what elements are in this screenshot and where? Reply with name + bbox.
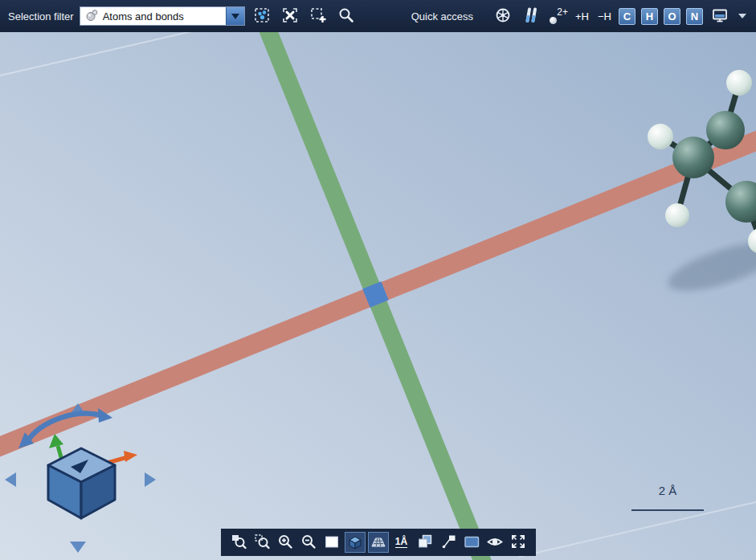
quick-access-group: Quick access <box>411 5 748 27</box>
atoms <box>648 70 756 254</box>
selection-filter-combobox[interactable]: Atoms and bonds <box>80 6 245 26</box>
copy-icon <box>416 533 434 553</box>
caret-down-icon <box>738 14 746 18</box>
remove-hydrogens-button[interactable]: −H <box>596 10 613 22</box>
chevron-down-icon <box>231 14 239 19</box>
selection-cross-icon <box>281 6 299 27</box>
white-swatch-icon <box>323 533 341 553</box>
magnifier-plus-icon <box>276 533 294 553</box>
selection-filter-value: Atoms and bonds <box>103 10 184 22</box>
zoom-to-fit-button[interactable] <box>251 532 272 553</box>
hydrogen-atom <box>726 70 752 96</box>
eye-icon <box>486 533 504 553</box>
combo-dropdown-button[interactable] <box>226 7 244 25</box>
selection-plus-icon <box>309 6 327 27</box>
expand-arrows-icon <box>509 533 527 553</box>
hydrogen-atom <box>665 203 689 227</box>
display-style-button[interactable] <box>709 5 731 27</box>
magnifier-rect-icon <box>230 533 247 553</box>
add-hydrogens-button[interactable]: +H <box>574 10 590 22</box>
magnifier-minus-icon <box>300 533 317 553</box>
wheel-icon <box>494 6 512 27</box>
select-by-type-button[interactable] <box>251 5 273 27</box>
find-button[interactable] <box>335 5 358 27</box>
rotate-arc-icon[interactable] <box>18 408 112 448</box>
zoom-in-button[interactable] <box>275 532 296 553</box>
pan-left-arrow <box>5 472 16 487</box>
copy-view-button[interactable] <box>415 532 435 553</box>
pan-right-arrow <box>145 472 156 487</box>
bottom-toolbar: 1Å <box>221 529 536 556</box>
view-cube-icon <box>346 533 364 553</box>
formal-charge-button[interactable]: 2+ <box>548 6 568 26</box>
magnifier-dashed-rect-icon <box>253 533 271 553</box>
grow-selection-button[interactable] <box>307 5 329 27</box>
grid-plane-icon <box>370 533 387 553</box>
hydrogen-atom <box>648 124 673 149</box>
molecule-shadow <box>663 233 756 300</box>
label-flag-icon <box>439 533 457 553</box>
carbon-atom <box>672 137 714 178</box>
ion-charge-label: 2+ <box>557 6 568 18</box>
scale-bar-label: 2 Å <box>659 484 677 497</box>
carbon-atom <box>706 111 745 149</box>
add-label-button[interactable] <box>438 532 459 553</box>
navigation-gizmo[interactable] <box>0 398 161 560</box>
ground-plane-edge <box>0 32 194 77</box>
app-window: Selection filter Atoms and bonds <box>0 0 756 560</box>
element-oxygen-button[interactable]: O <box>664 8 680 25</box>
selection-filter-group: Selection filter Atoms and bonds <box>8 5 358 27</box>
element-carbon-button[interactable]: C <box>619 8 635 25</box>
show-legend-button[interactable] <box>461 532 482 553</box>
zoom-to-selection-button[interactable] <box>228 532 249 553</box>
view-orientation-button[interactable] <box>345 532 366 553</box>
molecule-sphere-icon <box>85 9 98 24</box>
pan-down-arrow <box>70 542 86 553</box>
clear-selection-button[interactable] <box>279 5 301 27</box>
molecule-3d[interactable] <box>619 48 756 305</box>
zoom-out-button[interactable] <box>298 532 319 553</box>
magnifier-icon <box>337 6 355 27</box>
rotate-tool-button[interactable] <box>492 5 514 27</box>
selection-filter-label: Selection filter <box>8 10 74 22</box>
view-cube[interactable] <box>48 448 115 518</box>
element-hydrogen-button[interactable]: H <box>641 8 658 25</box>
scale-1A-label: 1Å <box>395 537 407 548</box>
test-tubes-button[interactable] <box>520 5 542 27</box>
ion-sphere-icon <box>550 17 557 24</box>
background-color-button[interactable] <box>321 532 342 553</box>
more-options-button[interactable] <box>737 14 748 18</box>
test-tubes-icon <box>522 6 540 27</box>
show-ground-grid-button[interactable] <box>368 532 389 553</box>
dashed-selection-dots-icon <box>253 6 271 27</box>
blue-panel-icon <box>463 533 480 553</box>
fullscreen-button[interactable] <box>508 532 529 553</box>
display-icon <box>711 6 729 27</box>
top-toolbar: Selection filter Atoms and bonds <box>0 0 756 32</box>
quick-access-label: Quick access <box>411 10 473 22</box>
element-nitrogen-button[interactable]: N <box>686 8 703 25</box>
visibility-button[interactable] <box>484 532 505 553</box>
toggle-scale-bar-button[interactable]: 1Å <box>391 532 412 553</box>
viewport-3d[interactable]: 2 Å <box>0 32 756 560</box>
combo-body[interactable]: Atoms and bonds <box>80 7 226 25</box>
scale-bar-line <box>631 509 704 511</box>
scale-bar: 2 Å <box>631 484 704 511</box>
